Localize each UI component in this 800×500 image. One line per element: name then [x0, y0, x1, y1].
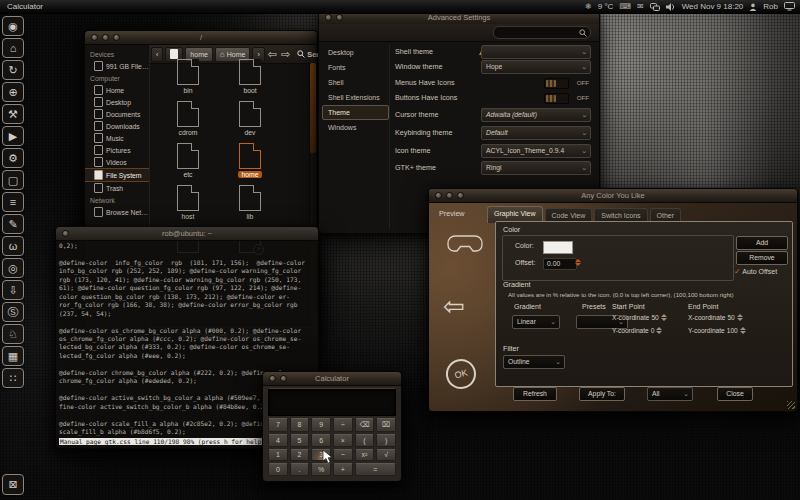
- network-indicator-icon[interactable]: [650, 3, 660, 11]
- close-button[interactable]: [91, 34, 98, 41]
- remove-button[interactable]: Remove: [736, 251, 788, 265]
- start-x-value[interactable]: 50: [651, 314, 658, 321]
- acyl-window[interactable]: Any Color You Like Preview ⇦ OK Graphic …: [428, 188, 798, 412]
- clock[interactable]: Wed Nov 9 18:20: [682, 2, 744, 11]
- key-8[interactable]: 8: [290, 418, 310, 432]
- square-key[interactable]: x²: [355, 449, 375, 462]
- system-tools-icon[interactable]: ⚒: [2, 104, 24, 124]
- forward-arrow-icon[interactable]: ⇨: [280, 48, 291, 61]
- add-key[interactable]: +: [333, 463, 353, 476]
- maximize-button[interactable]: [457, 192, 464, 199]
- user-menu[interactable]: Rob: [763, 2, 778, 11]
- end-y-spinner[interactable]: [740, 327, 746, 334]
- window-controls[interactable]: [435, 192, 464, 199]
- end-y-value[interactable]: 100: [727, 327, 738, 334]
- weather-icon[interactable]: ❄: [585, 2, 592, 11]
- workspaces-icon[interactable]: ∷: [2, 368, 24, 388]
- setting-select[interactable]: Adwaita (default)⌄: [481, 108, 591, 122]
- key-9[interactable]: 9: [311, 418, 331, 432]
- color-swatch[interactable]: [543, 241, 573, 254]
- add-button[interactable]: Add: [736, 236, 788, 250]
- multiply-key[interactable]: ×: [333, 434, 353, 447]
- key-2[interactable]: 2: [290, 449, 310, 462]
- file-etc[interactable]: etc: [159, 143, 217, 178]
- monitor-icon[interactable]: ▢: [2, 170, 24, 190]
- minimize-button[interactable]: [446, 192, 453, 199]
- equals-key[interactable]: =: [355, 463, 396, 476]
- auto-offset-checkbox[interactable]: ✓ Auto Offset: [734, 267, 777, 276]
- display-indicator-icon[interactable]: [784, 2, 795, 11]
- offset-spinner[interactable]: [575, 259, 581, 266]
- sidebar-item-documents[interactable]: Documents: [85, 108, 149, 120]
- downloads-icon[interactable]: ⇩: [2, 280, 24, 300]
- minimize-button[interactable]: [280, 375, 287, 382]
- home-icon[interactable]: ⌂: [2, 38, 24, 58]
- reader-icon[interactable]: ≡: [2, 192, 24, 212]
- minimize-button[interactable]: [102, 34, 109, 41]
- setting-select[interactable]: Ringi⌄: [481, 161, 591, 175]
- subtract-key[interactable]: −: [333, 449, 353, 462]
- file-lib[interactable]: lib: [221, 185, 279, 220]
- sidebar-item-desktop[interactable]: Desktop: [85, 96, 149, 108]
- video-camera-icon[interactable]: ▶: [2, 126, 24, 146]
- key-6[interactable]: 6: [311, 434, 331, 447]
- file-boot[interactable]: boot: [221, 59, 279, 94]
- category-windows[interactable]: Windows: [322, 120, 389, 135]
- close-button[interactable]: [269, 375, 276, 382]
- window-controls[interactable]: [62, 230, 69, 237]
- calculator-titlebar[interactable]: Calculator: [263, 372, 401, 386]
- key-7[interactable]: 7: [268, 418, 288, 432]
- gimp-icon[interactable]: ω: [2, 236, 24, 256]
- ubuntu-logo-icon[interactable]: ◉: [2, 16, 24, 36]
- minimize-button[interactable]: [336, 14, 343, 21]
- utilities-icon[interactable]: ⚙: [2, 148, 24, 168]
- backup-sync-icon[interactable]: ↻: [2, 60, 24, 80]
- key-4[interactable]: 4: [268, 434, 288, 447]
- setting-select[interactable]: Hope⌄: [481, 60, 591, 74]
- sidebar-item-downloads[interactable]: Downloads: [85, 120, 149, 132]
- end-x-spinner[interactable]: [737, 314, 743, 321]
- setting-select[interactable]: ⌄: [481, 45, 591, 59]
- draw-pen-icon[interactable]: ✎: [2, 214, 24, 234]
- acyl-titlebar[interactable]: Any Color You Like: [429, 189, 797, 203]
- category-shell-extensions[interactable]: Shell Extensions: [322, 90, 389, 105]
- camera-icon[interactable]: ◎: [2, 258, 24, 278]
- sidebar-item-browse-net[interactable]: Browse Net…: [85, 206, 149, 218]
- key-5[interactable]: 5: [290, 434, 310, 447]
- apply-to-button[interactable]: Apply To:: [579, 387, 625, 401]
- skype-icon[interactable]: Ⓢ: [2, 302, 24, 322]
- pet-icon[interactable]: ♘: [2, 324, 24, 344]
- sidebar-item-trash[interactable]: Trash: [85, 182, 149, 194]
- filter-select[interactable]: Outline⌄: [503, 355, 565, 369]
- file-manager-titlebar[interactable]: /: [85, 31, 317, 45]
- trash-icon[interactable]: ⊠: [2, 474, 24, 495]
- start-x-spinner[interactable]: [661, 314, 667, 321]
- close-button[interactable]: [435, 192, 442, 199]
- decimal-key[interactable]: .: [290, 463, 310, 476]
- key-1[interactable]: 1: [268, 449, 288, 462]
- terminal-titlebar[interactable]: rob@ubuntu: ~: [56, 227, 318, 241]
- category-desktop[interactable]: Desktop: [322, 45, 389, 60]
- key-0[interactable]: 0: [268, 463, 288, 476]
- apply-target-select[interactable]: All⌄: [647, 387, 693, 401]
- start-y-value[interactable]: 0: [651, 327, 655, 334]
- file-host[interactable]: host: [159, 185, 217, 220]
- setting-select[interactable]: ACYL_Icon_Theme_0.9.4⌄: [481, 144, 591, 158]
- window-controls[interactable]: [269, 375, 287, 382]
- divide-key[interactable]: ÷: [333, 418, 353, 432]
- backspace-key[interactable]: ⌫: [355, 418, 375, 432]
- maximize-button[interactable]: [113, 34, 120, 41]
- keyboard-indicator-icon[interactable]: ⌨: [619, 2, 631, 11]
- clear-key[interactable]: ⌧: [376, 418, 396, 432]
- web-globe-icon[interactable]: ⊕: [2, 82, 24, 102]
- start-y-spinner[interactable]: [656, 327, 662, 334]
- close-button[interactable]: [325, 14, 332, 21]
- volume-indicator-icon[interactable]: [666, 3, 676, 11]
- sidebar-item-file-system[interactable]: File System: [85, 168, 149, 182]
- sidebar-item-pictures[interactable]: Pictures: [85, 144, 149, 156]
- calculator-icon[interactable]: ▦: [2, 346, 24, 366]
- sqrt-key[interactable]: √: [376, 449, 396, 462]
- window-controls[interactable]: [325, 14, 343, 21]
- category-fonts[interactable]: Fonts: [322, 60, 389, 75]
- offset-input[interactable]: 0.00: [543, 258, 577, 270]
